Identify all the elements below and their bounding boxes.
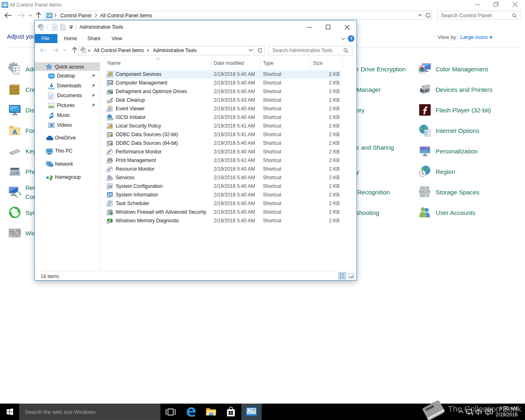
- svg-text:A: A: [12, 128, 17, 136]
- svg-text:?: ?: [350, 36, 353, 41]
